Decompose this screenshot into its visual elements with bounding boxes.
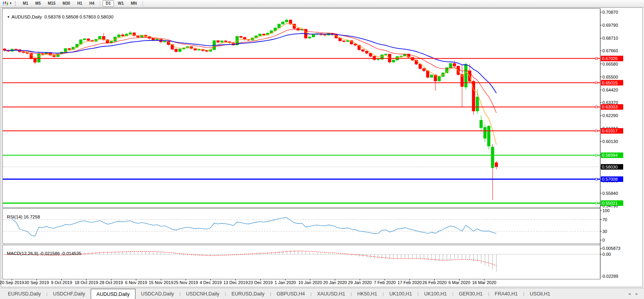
symbol-tab-0-eurusd-daily[interactable]: EURUSD,Daily — [2, 288, 46, 299]
macd-panel[interactable] — [3, 245, 600, 279]
candle — [34, 59, 37, 62]
timeframe-button-M15[interactable]: M15 — [45, 0, 59, 7]
price-tick-label: 0.60130 — [602, 139, 618, 144]
symbol-tab-8-hk50-h1[interactable]: HK50,H1 — [352, 288, 383, 299]
tab-scroll-arrows: ◄ ► — [622, 288, 644, 299]
candle — [400, 56, 402, 57]
timeframe-button-D1[interactable]: D1 — [102, 0, 114, 7]
timeframe-button-W1[interactable]: W1 — [115, 0, 127, 7]
timeframe-button-H1[interactable]: H1 — [74, 0, 86, 7]
main-chart-panel[interactable] — [3, 9, 600, 208]
date-label: 9 Oct 2019 — [51, 280, 72, 285]
line-handle[interactable] — [595, 82, 597, 84]
date-label: 6 Mar 2020 — [448, 280, 470, 285]
candle — [259, 34, 262, 36]
line-handle[interactable] — [595, 130, 597, 132]
date-label: 18 Oct 2019 — [75, 280, 98, 285]
chart-type-menu[interactable]: ▼ — [1, 1, 13, 6]
symbol-dropdown-icon[interactable]: ▼ — [7, 15, 10, 19]
macd-min-label: -0.02289 — [601, 274, 618, 279]
date-label: 10 Jan 2020 — [298, 280, 322, 285]
symbol-tab-13-usoil-h1[interactable]: USOil,H1 — [524, 288, 556, 299]
date-label: 26 Feb 2020 — [423, 280, 447, 285]
date-label: 30 Sep 2019 — [24, 280, 49, 285]
toolbar: ▼ M1M5M15M30H1H4D1W1MN — [0, 0, 644, 7]
chart-title: ▼AUDUSD,Daily 0.58378 0.58508 0.57803 0.… — [4, 10, 113, 19]
symbol-tab-5-eurusd-daily[interactable]: EURUSD,Daily — [226, 288, 270, 299]
rsi-name: RSI(14) — [7, 215, 22, 219]
symbol-tab-10-uk100-h1[interactable]: UK100,H1 — [419, 288, 452, 299]
price-level-badge-text: 0.61017 — [602, 128, 618, 133]
line-handle[interactable] — [595, 202, 597, 204]
date-label: 6 Nov 2019 — [125, 280, 147, 285]
candle — [453, 64, 456, 66]
chart-canvas[interactable]: 0.708700.697900.687100.676600.665800.655… — [0, 0, 644, 299]
tab-scroll-right-icon[interactable]: ► — [635, 292, 639, 296]
date-label: 20 Jan 2020 — [323, 280, 347, 285]
candle — [487, 126, 490, 146]
timeframe-button-M1[interactable]: M1 — [20, 0, 31, 7]
timeframe-button-H4[interactable]: H4 — [86, 0, 97, 7]
symbol-tab-7-xauusd-h1[interactable]: XAUUSD,H1 — [311, 288, 351, 299]
rsi-indicator-label: RSI(14) 16.7258 — [4, 210, 40, 219]
rsi-panel[interactable] — [3, 209, 600, 244]
date-label: 23 Dec 2019 — [248, 280, 273, 285]
candle — [426, 71, 429, 77]
tab-scroll-left-icon[interactable]: ◄ — [628, 292, 631, 296]
price-tick-label: 0.68710 — [602, 36, 618, 40]
candle — [449, 64, 452, 68]
candle — [354, 44, 357, 45]
symbol-tab-1-usdchf-daily[interactable]: USDCHF,Daily — [48, 288, 91, 299]
candle — [175, 49, 177, 51]
line-handle[interactable] — [595, 178, 597, 180]
macd-indicator-label: MACD(12,26,9) -0.021586 -0.014535 — [4, 246, 81, 256]
macd-max-label: 0.005873 — [602, 246, 620, 251]
date-label: 7 Feb 2020 — [374, 280, 396, 285]
candle — [163, 41, 166, 42]
date-label: 17 Feb 2020 — [397, 280, 422, 285]
symbol-tab-6-gbpusd-h4[interactable]: GBPUSD,H4 — [271, 288, 310, 299]
date-label: 20 Sep 2019 — [0, 280, 24, 285]
symbol-tab-9-uk100-h1[interactable]: UK100,H1 — [384, 288, 417, 299]
candle — [384, 54, 387, 55]
candle — [179, 49, 181, 51]
price-level-badge-text: 0.55021 — [602, 201, 618, 205]
candle — [22, 52, 25, 53]
candle — [438, 77, 441, 81]
price-level-badge-text: 0.63003 — [602, 105, 618, 109]
candle — [491, 147, 494, 168]
date-label: 28 Oct 2019 — [99, 280, 123, 285]
timeframe-button-group: M1M5M15M30H1H4D1W1MN — [19, 0, 145, 7]
candle — [205, 51, 208, 51]
timeframe-button-MN[interactable]: MN — [128, 0, 140, 7]
date-label: 4 Dec 2019 — [199, 280, 221, 285]
candle — [87, 39, 90, 40]
current-price-badge-text: 0.58030 — [602, 165, 618, 169]
candle — [220, 41, 223, 42]
candle — [483, 127, 486, 138]
timeframe-button-M30[interactable]: M30 — [59, 0, 73, 7]
rsi-tick-label: 0 — [602, 238, 605, 242]
price-tick-label: 0.69790 — [602, 23, 618, 28]
symbol-tab-3-usdcad-daily[interactable]: USDCAD,Daily — [135, 288, 179, 299]
price-tick-label: 0.70870 — [602, 10, 618, 15]
candle — [282, 22, 284, 24]
timeframe-button-M5[interactable]: M5 — [32, 0, 44, 7]
line-handle[interactable] — [595, 106, 597, 108]
candle — [121, 35, 124, 36]
candle — [262, 34, 265, 35]
symbol-tab-2-audusd-daily[interactable]: AUDUSD,Daily — [91, 289, 135, 299]
line-handle[interactable] — [595, 154, 597, 156]
date-label: 15 Nov 2019 — [149, 280, 173, 285]
candle — [423, 68, 425, 71]
macd-name: MACD(12,26,9) — [7, 251, 38, 256]
line-handle[interactable] — [595, 57, 597, 59]
symbol-tab-4-usdcnh-daily[interactable]: USDCNH,Daily — [181, 288, 225, 299]
candle — [369, 53, 372, 57]
symbol-tab-11-ger30-h1[interactable]: GER30,H1 — [454, 288, 488, 299]
price-tick-label: 0.62290 — [602, 113, 618, 118]
symbol-tab-12-fra40-h1[interactable]: FRA40,H1 — [489, 288, 523, 299]
price-tick-label: 0.64420 — [602, 88, 618, 92]
date-label: 29 Jan 2020 — [348, 280, 372, 285]
candle — [217, 40, 220, 42]
